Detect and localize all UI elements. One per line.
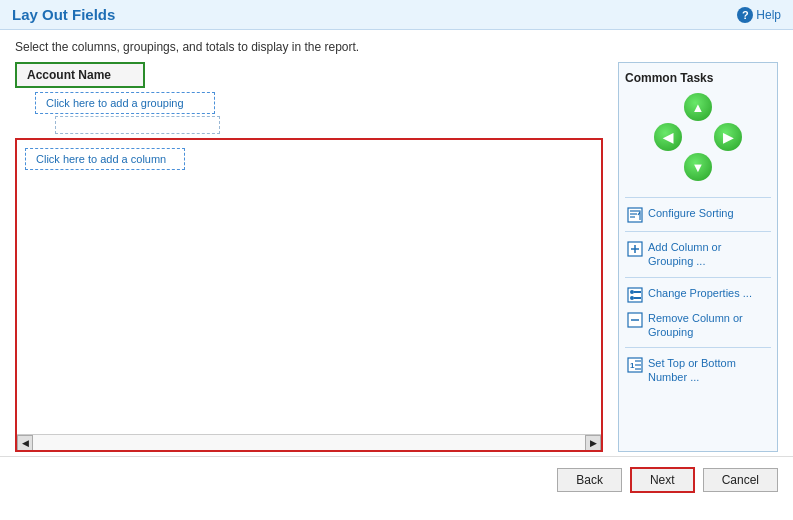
help-label: Help [756, 8, 781, 22]
scroll-right-arrow[interactable]: ▶ [585, 435, 601, 451]
divider-3 [625, 277, 771, 278]
columns-area[interactable]: Click here to add a column ◀ ▶ [15, 138, 603, 452]
task-remove-column-grouping[interactable]: Remove Column orGrouping [625, 307, 771, 344]
arrow-right[interactable]: ▶ [714, 123, 742, 151]
arrow-left[interactable]: ◀ [654, 123, 682, 151]
change-properties-icon [627, 287, 643, 303]
divider-4 [625, 347, 771, 348]
nav-arrows: ▲ ◀ ▶ ▼ [654, 93, 742, 181]
remove-column-grouping-label: Remove Column orGrouping [648, 311, 743, 340]
svg-text:1: 1 [630, 361, 635, 370]
configure-sorting-label: Configure Sorting [648, 206, 734, 220]
svg-rect-11 [634, 297, 641, 299]
page-title: Lay Out Fields [12, 6, 115, 23]
arrow-empty-1 [654, 93, 682, 121]
svg-point-9 [630, 296, 634, 300]
dashed-placeholder [55, 116, 220, 134]
task-add-column-grouping[interactable]: Add Column orGrouping ... [625, 236, 771, 273]
arrow-up[interactable]: ▲ [684, 93, 712, 121]
next-button[interactable]: Next [630, 467, 695, 493]
arrow-empty-2 [714, 93, 742, 121]
change-properties-label: Change Properties ... [648, 286, 752, 300]
task-configure-sorting[interactable]: Configure Sorting [625, 202, 771, 227]
subtitle-text: Select the columns, groupings, and total… [0, 30, 793, 62]
arrow-empty-4 [714, 153, 742, 181]
svg-rect-7 [628, 288, 642, 302]
account-name-box[interactable]: Account Name [15, 62, 145, 88]
configure-sorting-icon [627, 207, 643, 223]
grouping-row: Click here to add a grouping [35, 92, 603, 114]
cancel-button[interactable]: Cancel [703, 468, 778, 492]
horizontal-scrollbar[interactable]: ◀ ▶ [17, 434, 601, 450]
add-column-grouping-label: Add Column orGrouping ... [648, 240, 721, 269]
set-top-bottom-icon: 1 [627, 357, 643, 373]
divider-1 [625, 197, 771, 198]
svg-rect-10 [634, 291, 641, 293]
divider-2 [625, 231, 771, 232]
common-tasks-panel: Common Tasks ▲ ◀ ▶ ▼ C [618, 62, 778, 452]
svg-point-8 [630, 290, 634, 294]
page-header: Lay Out Fields ? Help [0, 0, 793, 30]
task-set-top-bottom[interactable]: 1 Set Top or BottomNumber ... [625, 352, 771, 389]
set-top-bottom-label: Set Top or BottomNumber ... [648, 356, 736, 385]
arrow-center [684, 123, 712, 151]
common-tasks-title: Common Tasks [625, 71, 713, 85]
back-button[interactable]: Back [557, 468, 622, 492]
add-column-button[interactable]: Click here to add a column [25, 148, 185, 170]
footer: Back Next Cancel [0, 456, 793, 503]
task-change-properties[interactable]: Change Properties ... [625, 282, 771, 307]
help-icon: ? [737, 7, 753, 23]
left-panel: Account Name Click here to add a groupin… [15, 62, 603, 452]
arrow-empty-3 [654, 153, 682, 181]
add-grouping-button[interactable]: Click here to add a grouping [35, 92, 215, 114]
add-column-icon [627, 241, 643, 257]
help-link[interactable]: ? Help [737, 7, 781, 23]
scroll-left-arrow[interactable]: ◀ [17, 435, 33, 451]
remove-column-icon [627, 312, 643, 328]
main-content: Account Name Click here to add a groupin… [0, 62, 793, 452]
dashed-indent [55, 116, 603, 134]
scroll-track[interactable] [33, 435, 585, 450]
arrow-down[interactable]: ▼ [684, 153, 712, 181]
